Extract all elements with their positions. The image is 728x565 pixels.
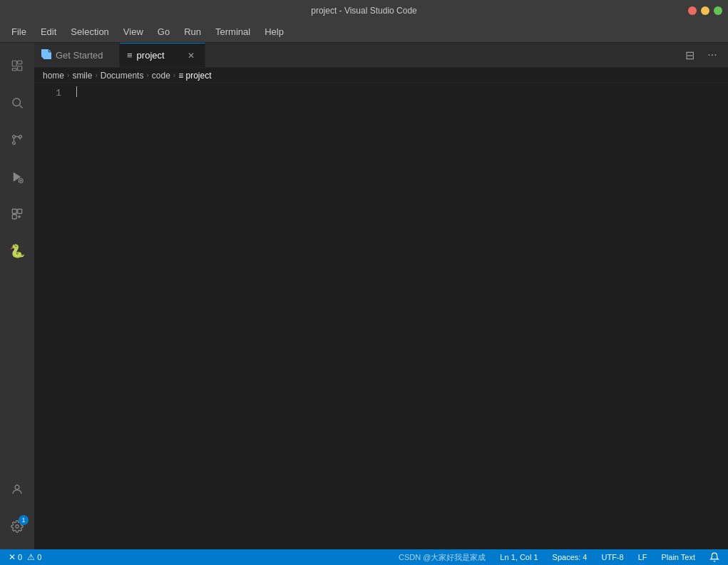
breadcrumb-home[interactable]: home <box>43 71 64 81</box>
menu-edit[interactable]: Edit <box>35 24 62 40</box>
activity-bar-bottom: 1 <box>0 472 34 544</box>
menu-go[interactable]: Go <box>152 24 175 40</box>
status-spaces[interactable]: Spaces: 4 <box>550 549 590 565</box>
code-content[interactable] <box>70 83 728 549</box>
breadcrumb-documents[interactable]: Documents <box>101 71 144 81</box>
status-position[interactable]: Ln 1, Col 1 <box>497 549 540 565</box>
more-actions-button[interactable]: ··· <box>702 45 722 65</box>
menu-file[interactable]: File <box>6 24 32 40</box>
status-line-ending[interactable]: LF <box>635 549 650 565</box>
svg-rect-2 <box>18 66 22 71</box>
menu-help[interactable]: Help <box>259 24 289 40</box>
status-watermark: CSDN @大家好我是家成 <box>396 549 488 565</box>
tab-bar: Get Started ≡ project ✕ ⊟ ··· <box>34 43 728 68</box>
tab-close-button[interactable]: ✕ <box>185 49 198 62</box>
svg-rect-1 <box>18 61 22 64</box>
breadcrumb-project[interactable]: ≡ project <box>178 71 211 81</box>
split-editor-button[interactable]: ⊟ <box>680 45 699 65</box>
window-title: project - Visual Studio Code <box>311 6 417 16</box>
svg-point-8 <box>13 142 16 145</box>
accounts-icon[interactable] <box>0 472 34 507</box>
line-numbers: 1 <box>34 83 70 549</box>
tab-project-label: project <box>137 50 165 61</box>
minimize-button[interactable] <box>701 6 709 15</box>
project-tab-icon: ≡ <box>127 50 133 61</box>
menu-run[interactable]: Run <box>178 24 207 40</box>
tab-get-started[interactable]: Get Started <box>34 43 120 67</box>
search-icon[interactable] <box>0 86 34 120</box>
run-debug-icon[interactable] <box>0 160 34 194</box>
warning-icon: ⚠ <box>27 552 35 562</box>
svg-point-4 <box>13 98 21 106</box>
svg-rect-14 <box>18 209 22 213</box>
status-left: ✕ 0 ⚠ 0 <box>6 549 44 565</box>
line-number-1: 1 <box>34 86 61 100</box>
menu-selection[interactable]: Selection <box>65 24 114 40</box>
error-icon: ✕ <box>9 552 16 562</box>
status-bar: ✕ 0 ⚠ 0 CSDN @大家好我是家成 Ln 1, Col 1 Spaces… <box>0 549 728 565</box>
svg-marker-9 <box>14 172 21 182</box>
main-area: 🐍 1 <box>0 43 728 549</box>
window-controls[interactable] <box>688 0 722 21</box>
svg-line-5 <box>19 105 22 108</box>
maximize-button[interactable] <box>714 6 722 15</box>
source-control-icon[interactable] <box>0 123 34 157</box>
svg-rect-3 <box>12 68 16 71</box>
svg-point-16 <box>15 485 19 489</box>
breadcrumb: home › smile › Documents › code › ≡ proj… <box>34 68 728 83</box>
title-bar: project - Visual Studio Code <box>0 0 728 21</box>
code-editor[interactable]: 1 <box>34 83 728 549</box>
svg-rect-15 <box>12 215 16 219</box>
breadcrumb-sep-4: › <box>173 71 175 79</box>
settings-notification-badge: 1 <box>19 515 29 525</box>
text-cursor <box>76 86 77 97</box>
status-notifications[interactable] <box>707 549 722 565</box>
svg-point-6 <box>13 136 16 138</box>
status-encoding[interactable]: UTF-8 <box>598 549 626 565</box>
menu-view[interactable]: View <box>118 24 149 40</box>
menu-terminal[interactable]: Terminal <box>210 24 256 40</box>
breadcrumb-sep-2: › <box>95 71 97 79</box>
menu-bar: File Edit Selection View Go Run Terminal… <box>0 21 728 43</box>
breadcrumb-sep-1: › <box>67 71 69 79</box>
python-extension-icon[interactable]: 🐍 <box>0 234 34 268</box>
code-line-1 <box>76 86 722 97</box>
svg-point-17 <box>16 525 19 529</box>
status-language[interactable]: Plain Text <box>659 549 699 565</box>
editor-area: Get Started ≡ project ✕ ⊟ ··· home › smi… <box>34 43 728 549</box>
extensions-icon[interactable] <box>0 197 34 231</box>
settings-icon[interactable]: 1 <box>0 509 34 544</box>
tab-get-started-label: Get Started <box>56 50 103 61</box>
vscode-tab-icon <box>41 49 51 61</box>
breadcrumb-code[interactable]: code <box>152 71 170 81</box>
status-right: CSDN @大家好我是家成 Ln 1, Col 1 Spaces: 4 UTF-… <box>396 549 722 565</box>
explorer-icon[interactable] <box>0 49 34 83</box>
warning-count: 0 <box>37 553 41 561</box>
tab-project[interactable]: ≡ project ✕ <box>120 43 205 67</box>
breadcrumb-sep-3: › <box>146 71 148 79</box>
tab-bar-actions: ⊟ ··· <box>674 43 728 67</box>
close-button[interactable] <box>688 6 697 15</box>
svg-rect-13 <box>12 209 16 213</box>
error-count: 0 <box>18 553 22 561</box>
breadcrumb-smile[interactable]: smile <box>72 71 92 81</box>
status-errors[interactable]: ✕ 0 ⚠ 0 <box>6 549 44 565</box>
activity-bar: 🐍 1 <box>0 43 34 549</box>
svg-rect-0 <box>12 61 16 66</box>
